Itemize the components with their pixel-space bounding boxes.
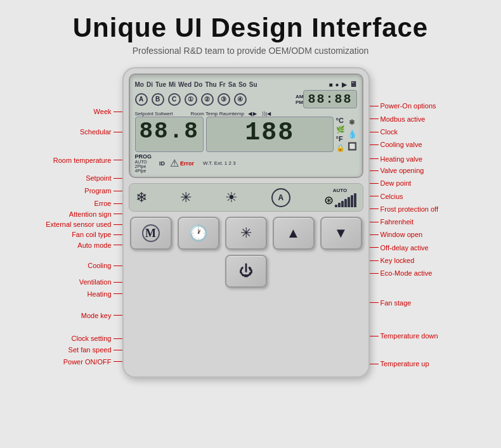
sched-b: B bbox=[152, 93, 164, 106]
celsius-unit: °C bbox=[336, 117, 344, 124]
left-labels: Week Schedular Room temperature Setpoint… bbox=[40, 79, 122, 366]
pipe2-label: 2Pipe bbox=[135, 164, 146, 169]
triangle-warning-icon: ⚠ bbox=[170, 157, 179, 169]
arrow-down-icon: ▼ bbox=[334, 225, 348, 241]
power-icon: ⏻ bbox=[239, 263, 253, 279]
fan-spin-icon: ⊛ bbox=[324, 193, 334, 207]
prog-id-row: PROG AUTO 2Pipe 4Pipe ID ⚠ Error W.T. Ex… bbox=[135, 153, 357, 173]
label-external-sensor: External sensor used bbox=[46, 220, 122, 229]
room-temp-label: Room Temp Raumtemp bbox=[191, 111, 244, 117]
sched-c: C bbox=[168, 93, 181, 106]
label-week: Week bbox=[94, 107, 122, 116]
clock-button[interactable]: 🕐 bbox=[178, 217, 219, 250]
weekdays: Mo Di Tue Mi Wed Do Thu Fr Sa So Su bbox=[135, 81, 257, 88]
time-display: 88:88 bbox=[303, 90, 356, 108]
day-su: Su bbox=[249, 81, 257, 88]
sched-3: ③ bbox=[218, 93, 230, 106]
fan-auto-section: AUTO ⊛ bbox=[324, 188, 356, 207]
snowflake-sm-icon: ❄ bbox=[349, 118, 355, 127]
label-fan-stage: Fan stage bbox=[370, 298, 412, 307]
label-temp-down: Temperature down bbox=[370, 331, 438, 340]
label-temp-up: Temperature up bbox=[370, 359, 429, 368]
fan-icon: ✳ bbox=[180, 189, 192, 206]
days-row: Mo Di Tue Mi Wed Do Thu Fr Sa So Su ■ ● … bbox=[135, 80, 357, 89]
diagram-container: Week Schedular Room temperature Setpoint… bbox=[6, 67, 495, 378]
label-off-delay: Off-delay active bbox=[370, 243, 429, 252]
id-label: ID bbox=[159, 160, 165, 167]
lock-icon: 🔒 bbox=[336, 144, 345, 152]
water-drop-icon: 💧 bbox=[348, 130, 357, 139]
label-erroe: Erroe bbox=[94, 199, 122, 208]
label-power-on: Power-On options bbox=[370, 101, 436, 110]
label-frost-protection: Frost protection off bbox=[370, 205, 439, 214]
auto-badge: AUTO bbox=[333, 188, 348, 193]
day-do: Do bbox=[194, 81, 202, 88]
error-text: Error bbox=[180, 160, 194, 167]
room-temp-display: 188 bbox=[206, 117, 334, 152]
auto-circle: A bbox=[271, 188, 290, 207]
page-subtitle: Professional R&D team to provide OEM/ODM… bbox=[133, 46, 369, 56]
day-sa: Sa bbox=[228, 81, 236, 88]
bar-3 bbox=[341, 201, 344, 207]
fan-button[interactable]: ✳ bbox=[225, 217, 267, 250]
mode-m-icon: M bbox=[142, 224, 160, 242]
label-attention: Attention sign bbox=[69, 210, 122, 219]
sun-icon: ☀ bbox=[225, 189, 238, 206]
cooling-icon: ❄ bbox=[136, 189, 147, 206]
clock-icon: 🕐 bbox=[189, 224, 208, 242]
label-cooling: Cooling bbox=[88, 261, 122, 270]
temp-labels-row: Setpoint Sollwert Room Temp Raumtemp ◀|▶… bbox=[135, 111, 357, 117]
prog-label: PROG bbox=[135, 153, 152, 160]
fan-bars bbox=[335, 193, 356, 207]
bar-6 bbox=[351, 195, 353, 207]
label-heating-valve: Heating valve bbox=[370, 155, 423, 163]
day-thu: Thu bbox=[205, 81, 216, 88]
wt-ext-label: W.T. Ext. 1 2 3 bbox=[203, 160, 236, 166]
thermostat-device: Mo Di Tue Mi Wed Do Thu Fr Sa So Su ■ ● … bbox=[122, 67, 370, 378]
bar-1 bbox=[335, 205, 337, 207]
label-key-locked: Key locked bbox=[370, 256, 415, 265]
temp-down-button[interactable]: ▼ bbox=[320, 217, 362, 250]
temp-display-row: 88.8 188 °C 🌿 °F 🔒 ❄ 💧 🔲 bbox=[135, 117, 357, 152]
error-section: ⚠ Error bbox=[170, 157, 194, 169]
arrow-indicators: ◀|▶ bbox=[248, 111, 257, 117]
mode-icons-row: ❄ ✳ ☀ A AUTO ⊛ bbox=[129, 183, 363, 212]
label-setpoint: Setpoint bbox=[86, 174, 122, 182]
label-room-temp: Room temperature bbox=[53, 156, 122, 165]
label-schedular: Schedular bbox=[80, 127, 122, 136]
pipe4-label: 4Pipe bbox=[135, 169, 146, 173]
label-modbus: Modbus active bbox=[370, 115, 426, 124]
setpoint-display: 88.8 bbox=[135, 117, 204, 152]
auto-label: AUTO bbox=[135, 160, 147, 164]
fahrenheit-unit: °F bbox=[336, 135, 343, 143]
day-mo: Mo bbox=[135, 81, 144, 88]
page-title: Unique UI Design Interface bbox=[73, 13, 428, 43]
right-labels: Power-On options Modbus active Clock Coo… bbox=[370, 76, 462, 368]
label-mode-key: Mode key bbox=[81, 311, 122, 320]
bar-2 bbox=[338, 203, 341, 207]
mode-button[interactable]: M bbox=[130, 217, 172, 250]
status-icons-col: ❄ 💧 🔲 bbox=[348, 117, 357, 152]
label-heating: Heating bbox=[88, 290, 122, 298]
temp-up-button[interactable]: ▲ bbox=[273, 217, 315, 250]
label-clock-setting: Clock setting bbox=[72, 334, 122, 343]
button-row-2: ⏻ bbox=[129, 255, 363, 288]
label-celcius: Celcius bbox=[370, 192, 403, 201]
day-wed: Wed bbox=[178, 81, 192, 88]
window-icon: 🔲 bbox=[348, 142, 357, 151]
button-row-1: M 🕐 ✳ ▲ ▼ bbox=[129, 217, 363, 250]
circle-icon: ● bbox=[335, 81, 339, 88]
label-eco-mode: Eco-Mode active bbox=[370, 269, 433, 278]
bar-7 bbox=[354, 193, 356, 207]
label-ventilation: Ventilation bbox=[79, 278, 122, 286]
unit-column: °C 🌿 °F 🔒 bbox=[336, 117, 345, 152]
sched-1: ① bbox=[185, 93, 197, 106]
label-dew-point: Dew point bbox=[370, 179, 412, 188]
sched-4: ④ bbox=[234, 93, 247, 106]
power-button[interactable]: ⏻ bbox=[225, 255, 267, 288]
bar-4 bbox=[344, 199, 347, 207]
arrow-up-icon: ▲ bbox=[287, 225, 301, 241]
day-mi: Mi bbox=[169, 81, 176, 88]
label-fan-speed: Set fan speed bbox=[68, 345, 122, 354]
am-label: AM bbox=[296, 94, 303, 99]
